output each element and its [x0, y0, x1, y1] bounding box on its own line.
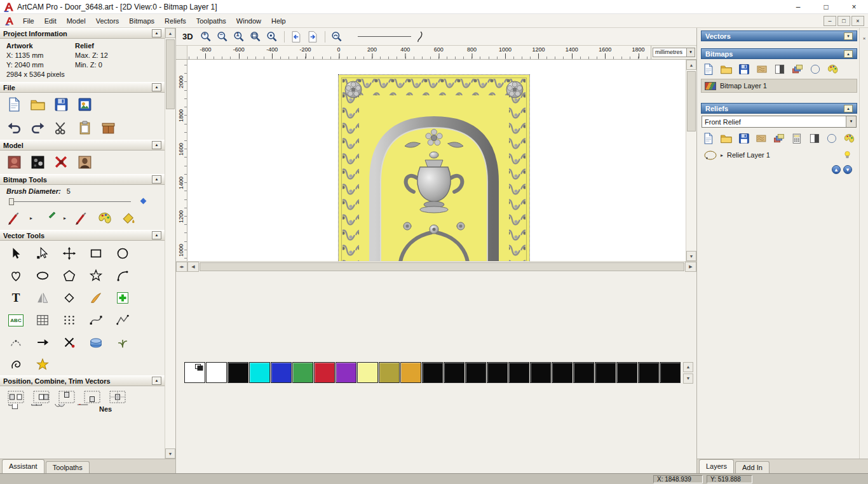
relief-layer-item[interactable]: ▸ Relief Layer 1	[701, 148, 857, 162]
align-right-icon[interactable]	[33, 390, 50, 404]
fillet-tool-icon[interactable]	[86, 290, 105, 306]
record-macro-icon[interactable]	[100, 120, 116, 136]
palette-swatch-17[interactable]	[573, 362, 594, 383]
palette-scroll-down-icon[interactable]: ▼	[683, 373, 693, 384]
palette-swatch-10[interactable]	[422, 362, 443, 383]
text-on-curve-icon[interactable]: ABC	[6, 312, 25, 328]
palette-swatch-0[interactable]	[206, 362, 227, 383]
view-3d-button[interactable]: 3D	[181, 32, 197, 41]
line-tool-indicator[interactable]	[358, 36, 411, 37]
create-polyline-icon[interactable]	[113, 312, 132, 328]
menu-reliefs[interactable]: Reliefs	[159, 15, 191, 27]
bitmap-layer-name[interactable]: Bitmap Layer 1	[720, 82, 767, 90]
new-bitmap-layer-icon[interactable]	[702, 63, 715, 76]
panel-close-icon[interactable]: ×	[861, 36, 867, 42]
slider-handle[interactable]	[9, 198, 14, 205]
select-vectors-icon[interactable]	[6, 245, 25, 262]
menu-help[interactable]: Help	[266, 15, 291, 27]
scroll-up-icon[interactable]: ▲	[686, 60, 696, 70]
new-relief-layer-icon[interactable]	[702, 132, 715, 145]
menu-window[interactable]: Window	[231, 15, 266, 27]
curve-tool-indicator[interactable]	[416, 31, 423, 43]
offset-vector-icon[interactable]	[60, 290, 79, 306]
block-copy-icon[interactable]	[60, 312, 79, 328]
collapse-section-button[interactable]: ▲	[152, 29, 161, 37]
calculate-relief-icon[interactable]	[790, 132, 803, 145]
open-bitmap-icon[interactable]	[720, 63, 733, 76]
relief-type-combobox[interactable]: Front Relief ▼	[702, 116, 857, 128]
texture-icon[interactable]	[756, 63, 768, 76]
layer-stack-icon[interactable]	[773, 132, 785, 145]
zoom-1to1-icon[interactable]: 1	[232, 30, 247, 44]
palette-swatch-12[interactable]	[465, 362, 486, 383]
save-relief-icon[interactable]	[738, 132, 750, 145]
slider-track[interactable]	[11, 201, 131, 202]
scroll-right-icon[interactable]: ▶	[685, 262, 696, 272]
create-ellipse-icon[interactable]	[33, 267, 52, 284]
combo-dropdown-icon[interactable]: ▼	[846, 116, 856, 127]
collapse-bitmaps-icon[interactable]: ▲	[844, 50, 853, 58]
zoom-last-icon[interactable]	[330, 30, 344, 44]
palette-swatch-20[interactable]	[638, 362, 659, 383]
palette-swatch-14[interactable]	[508, 362, 529, 383]
collapse-section-button[interactable]: ▲	[152, 83, 161, 91]
palette-swatch-18[interactable]	[595, 362, 616, 383]
mdi-restore-button[interactable]: □	[837, 16, 850, 26]
pick-colour-icon[interactable]	[74, 210, 90, 226]
create-text-icon[interactable]: T	[6, 290, 25, 306]
door-design-bitmap[interactable]	[339, 75, 529, 261]
maximize-button[interactable]: □	[812, 0, 840, 13]
save-model-icon[interactable]	[53, 97, 69, 112]
center-in-page-icon[interactable]	[109, 390, 126, 404]
assistant-scrollbar[interactable]: ▲ ▼	[165, 28, 175, 459]
collapse-reliefs-icon[interactable]: ▲	[844, 105, 853, 112]
tab-layers[interactable]: Layers	[699, 459, 734, 473]
star-wizard-icon[interactable]	[33, 356, 52, 373]
model-lighting-icon[interactable]	[53, 154, 69, 170]
mdi-minimize-button[interactable]: –	[824, 16, 836, 26]
join-vectors-icon[interactable]	[33, 334, 52, 351]
contrast-icon[interactable]	[773, 63, 786, 76]
greyscale-model-icon[interactable]	[30, 154, 46, 170]
v-ruler[interactable]: 2000180016001400120010008006004002000	[176, 60, 187, 261]
grid-copy-icon[interactable]	[33, 312, 52, 328]
tab-toolpaths[interactable]: Toolpaths	[46, 461, 90, 473]
create-rectangle-icon[interactable]	[86, 245, 105, 262]
palette-swatch-19[interactable]	[616, 362, 637, 383]
units-dropdown-icon[interactable]: ▼	[687, 48, 695, 57]
texture-relief-icon[interactable]	[755, 132, 768, 145]
fit-spline-icon[interactable]	[86, 312, 105, 328]
menu-bitmaps[interactable]: Bitmaps	[124, 15, 159, 27]
palette-icon[interactable]	[827, 63, 839, 76]
sphere-icon[interactable]	[825, 132, 838, 145]
palette-swatch-15[interactable]	[530, 362, 551, 383]
zoom-in-icon[interactable]: +	[199, 30, 214, 44]
branch-curve-icon[interactable]	[113, 334, 132, 351]
palette-swatch-2[interactable]	[249, 362, 270, 383]
flood-fill-icon[interactable]	[121, 210, 137, 226]
palette-swatch-3[interactable]	[271, 362, 292, 383]
colour-palette-icon[interactable]	[97, 210, 113, 226]
relief-layer-name[interactable]: Relief Layer 1	[727, 151, 770, 159]
menu-model[interactable]: Model	[62, 15, 91, 27]
move-layer-down-button[interactable]: ▼	[843, 165, 852, 174]
canvas-h-scrollbar[interactable]: ◂▸ ◀ ▶	[176, 261, 696, 272]
undo-icon[interactable]	[6, 120, 22, 136]
open-relief-icon[interactable]	[720, 132, 733, 145]
previous-view-icon[interactable]	[289, 30, 304, 44]
import-image-icon[interactable]	[77, 97, 93, 112]
create-freeform-icon[interactable]	[6, 267, 25, 284]
create-circle-icon[interactable]	[113, 245, 132, 262]
menu-vectors[interactable]: Vectors	[91, 15, 125, 27]
menu-edit[interactable]: Edit	[39, 15, 62, 27]
palette-swatch-16[interactable]	[552, 362, 573, 383]
layer-visibility-button[interactable]	[840, 149, 854, 161]
slice-vectors-icon[interactable]	[76, 404, 90, 413]
h-ruler[interactable]: -800-600-400-200020040060080010001200140…	[187, 46, 651, 59]
palette-swatch-13[interactable]	[487, 362, 508, 383]
nest-tool-label[interactable]: Nes	[99, 405, 112, 413]
palette-icon[interactable]	[843, 132, 856, 145]
mdi-close-button[interactable]: ×	[851, 16, 864, 26]
dimension-icon[interactable]	[6, 334, 25, 351]
palette-swatch-6[interactable]	[336, 362, 356, 383]
